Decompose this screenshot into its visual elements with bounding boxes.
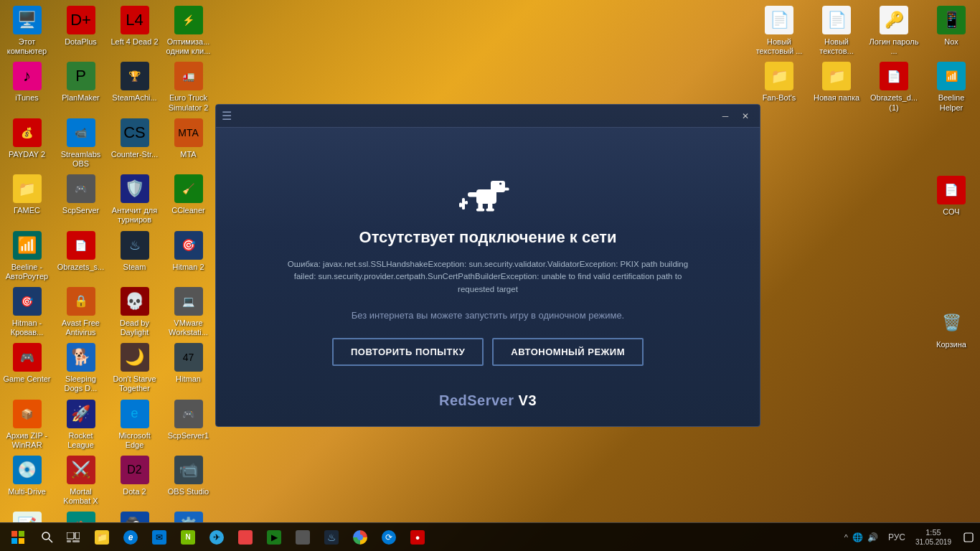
windows-logo-icon [11, 531, 24, 544]
taskbar-edge-button[interactable]: e [116, 523, 145, 552]
svg-rect-15 [11, 538, 17, 544]
desktop-icon-dotaplus[interactable]: D+ DotaPlus [54, 0, 108, 56]
offline-mode-button[interactable]: АВТОНОМНЫЙ РЕЖИМ [492, 338, 644, 366]
taskbar-app5-button[interactable]: ● [403, 523, 432, 552]
taskbar-time: 1:55 [925, 527, 941, 537]
desktop-icon-optimize[interactable]: ⚡ Оптимиза... одним кли... [161, 0, 215, 56]
desktop-icon-mta[interactable]: MTA MTA [161, 113, 215, 169]
svg-rect-11 [459, 203, 462, 207]
error-dialog: ☰ ─ ✕ [215, 104, 760, 427]
desktop-icon-this-computer[interactable]: 🖥️ Этот компьютер [0, 0, 54, 56]
obrazets-d-icon: 📄 [880, 62, 908, 90]
hitman47-icon: 47 [174, 343, 203, 372]
desktop-icon-hitman-krov[interactable]: 🎯 Hitman - Кровав... [0, 281, 54, 337]
taskbar-chrome-button[interactable] [346, 523, 374, 552]
tray-arrow[interactable]: ^ [844, 533, 848, 542]
taskbar-clock[interactable]: 1:55 31.05.2019 [910, 527, 957, 547]
desktop-icon-multidrive[interactable]: 💿 Multi-Drive [0, 450, 54, 506]
desktop-icon-eurotruck[interactable]: 🚛 Euro Truck Simulator 2 [161, 56, 215, 112]
svg-rect-21 [67, 540, 71, 542]
desktop-icon-steam[interactable]: ♨ Steam [108, 225, 161, 281]
footer-redserver-text: RedServer [439, 392, 514, 408]
taskbar-app1-button[interactable] [231, 523, 260, 552]
desktop-icon-beeline-avto[interactable]: 📶 Beeline - АвтоРоутер [0, 225, 54, 281]
desktop-icon-winrar[interactable]: 📦 Архив ZIP - WinRAR [0, 394, 54, 450]
desktop-icon-deadbydaylight[interactable]: 💀 Dead by Daylight [108, 281, 161, 337]
desktop-icon-itunes[interactable]: ♪ iTunes [0, 56, 54, 112]
desktop-icon-scpserver[interactable]: 🎮 ScpServer [54, 169, 108, 225]
desktop-icon-gamecenter[interactable]: 🎮 Game Center [0, 337, 54, 393]
desktop-icon-planmaker[interactable]: P PlanMaker [54, 56, 108, 112]
taskbar: 📁 e ✉ N ✈ ▶ ♨ ⟳ ● ^ 🌐 🔊 РУС [0, 522, 980, 551]
desktop-icon-mortal[interactable]: ⚔️ Mortal Kombat X [54, 450, 108, 506]
network-icon[interactable]: 🌐 [852, 532, 863, 542]
desktop-icon-hitman47[interactable]: 47 Hitman [161, 337, 215, 393]
notification-center-button[interactable] [957, 523, 980, 552]
desktop-icon-korzina[interactable]: 🗑️ Корзина [923, 303, 980, 349]
svg-line-18 [49, 539, 52, 542]
desktop-icon-counterstrike[interactable]: CS Counter-Str... [108, 113, 161, 169]
desktop-icon-left4dead[interactable]: L4 Left 4 Dead 2 [108, 0, 161, 56]
taskbar-nvidia-button[interactable]: N [174, 523, 202, 552]
desktop-icon-dota2[interactable]: D2 Dota 2 [108, 450, 161, 506]
desktop-icon-msedge[interactable]: e Microsoft Edge [108, 394, 161, 450]
dialog-minimize-button[interactable]: ─ [717, 108, 734, 125]
desktop-icon-soch[interactable]: 📄 СОЧ [923, 170, 980, 217]
taskbar-app2-button[interactable]: ▶ [260, 523, 288, 552]
desktop-icon-steamachi[interactable]: 🏆 SteamAchi... [108, 56, 161, 112]
gamecenter-icon: 🎮 [13, 343, 42, 372]
svg-rect-14 [19, 531, 24, 537]
desktop-icon-ashampoo[interactable]: ⚙️ Ashampoo Driver Up... [161, 506, 215, 522]
desktop-icon-hitman2[interactable]: 🎯 Hitman 2 [161, 225, 215, 281]
app1-icon [238, 530, 253, 545]
task-view-button[interactable] [59, 523, 88, 552]
search-button[interactable] [36, 523, 59, 552]
desktop-icon-avast[interactable]: 🔒 Avast Free Antivirus [54, 281, 108, 337]
desktop-icon-rocketleague[interactable]: 🚀 Rocket League [54, 394, 108, 450]
desktop-icon-nox[interactable]: 📱 Nox [923, 0, 980, 56]
desktop-icon-sleepingdogs[interactable]: 🐕 Sleeping Dogs D... [54, 337, 108, 393]
start-button[interactable] [0, 523, 36, 552]
svg-rect-10 [462, 198, 465, 209]
taskbar-explorer-button[interactable]: 📁 [88, 523, 116, 552]
desktop-icon-games[interactable]: 📁 ГАМЕС [0, 169, 54, 225]
app4-icon: ⟳ [382, 530, 396, 545]
dialog-menu-icon[interactable]: ☰ [222, 109, 232, 123]
desktop-icon-vmware[interactable]: 💻 VMware Workstati... [161, 281, 215, 337]
desktop-icon-loginpass[interactable]: 🔑 Логин пароль ... [865, 0, 923, 56]
taskbar-telegram-button[interactable]: ✈ [202, 523, 231, 552]
desktop-icon-obs[interactable]: 📹 OBS Studio [161, 450, 215, 506]
dialog-close-button[interactable]: ✕ [737, 108, 754, 125]
retry-button[interactable]: ПОВТОРИТЬ ПОПЫТКУ [332, 338, 484, 366]
svg-rect-12 [465, 201, 468, 204]
desktop-icon-new-text1[interactable]: 📄 Новый текстовый ... [750, 0, 808, 56]
desktop-icon-streamlabs[interactable]: 📹 Streamlabs OBS [54, 113, 108, 169]
anticheat-icon: 🛡️ [121, 174, 149, 203]
desktop-icon-ccleaner[interactable]: 🧹 CCleaner [161, 169, 215, 225]
desktop-icon-new-text2[interactable]: 📄 Новый текстов... [808, 0, 865, 56]
desktop-icon-thesims4[interactable]: 🏠 The Sims 4 [54, 506, 108, 522]
volume-icon[interactable]: 🔊 [867, 532, 878, 542]
dialog-window-controls: ─ ✕ [717, 108, 754, 125]
desktop-icon-dontstarve[interactable]: 🌙 Don't Starve Together [108, 337, 161, 393]
dialog-action-buttons: ПОВТОРИТЬ ПОПЫТКУ АВТОНОМНЫЙ РЕЖИМ [332, 338, 644, 366]
language-indicator[interactable]: РУС [884, 532, 910, 542]
desktop-icon-payday2[interactable]: 💰 PAYDAY 2 [0, 113, 54, 169]
taskbar-app4-button[interactable]: ⟳ [374, 523, 403, 552]
taskbar-mail-button[interactable]: ✉ [145, 523, 174, 552]
dialog-footer: RedServer V3 [216, 392, 760, 409]
app5-icon: ● [410, 530, 425, 545]
new-text2-icon: 📄 [822, 6, 851, 34]
desktop-icon-spyparty[interactable]: 🕵️ SpyParty [108, 506, 161, 522]
desktop-icon-novaya-papka[interactable]: 📁 Новая папка [808, 56, 865, 112]
desktop-icon-obrazets-d[interactable]: 📄 Obrazets_d...(1) [865, 56, 923, 112]
desktop-icon-anticheat[interactable]: 🛡️ Античит для турниров [108, 169, 161, 225]
desktop-icon-basicmaker[interactable]: 📝 BasicMaker [0, 506, 54, 522]
desktop-icon-obrazets-s[interactable]: 📄 Obrazets_s... [54, 225, 108, 281]
desktop-icon-scpserver1[interactable]: 🎮 ScpServer1 [161, 394, 215, 450]
taskbar-steam-tray-button[interactable]: ♨ [317, 523, 346, 552]
desktop-icon-beeline-helper[interactable]: 📶 Beeline Helper [923, 56, 980, 112]
taskbar-app3-button[interactable] [288, 523, 317, 552]
spyparty-icon: 🕵️ [121, 512, 149, 522]
explorer-icon: 📁 [95, 530, 109, 545]
